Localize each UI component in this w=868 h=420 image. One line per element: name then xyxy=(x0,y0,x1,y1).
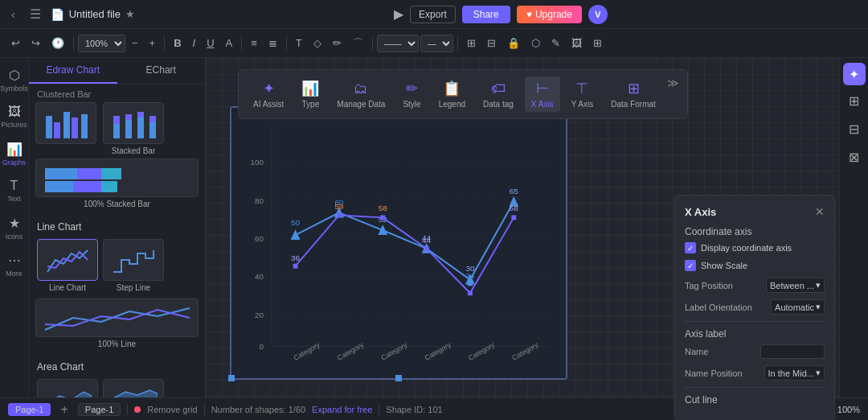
svg-rect-65 xyxy=(468,281,473,286)
name-input[interactable] xyxy=(760,344,825,359)
add-page-button[interactable]: + xyxy=(57,402,71,417)
symbols-label: Symbols xyxy=(0,84,28,93)
page-1-tab[interactable]: Page-1 xyxy=(8,403,51,416)
selection-handle-bl[interactable] xyxy=(228,375,235,381)
area-chart-section: Area Chart xyxy=(29,355,205,376)
svg-text:36: 36 xyxy=(291,253,300,262)
chart-container[interactable]: 0 20 40 60 80 100 Category Category Cate… xyxy=(230,106,567,380)
redo-button[interactable]: ↪ xyxy=(27,35,45,51)
step-line-thumb xyxy=(103,239,164,281)
dash-select[interactable]: —— xyxy=(377,35,419,52)
y-axis-btn[interactable]: ⊤ Y Axis xyxy=(565,76,600,112)
line-chart-thumb xyxy=(37,239,98,281)
step-line-item[interactable]: Step Line xyxy=(103,239,164,292)
group-button[interactable]: ⬡ xyxy=(526,35,545,51)
toolbar-divider-4 xyxy=(286,36,287,51)
font-color-button[interactable]: A xyxy=(221,35,238,51)
svg-text:59: 59 xyxy=(334,202,343,211)
ai-assist-btn[interactable]: ✦ AI Assist xyxy=(247,76,290,112)
play-button[interactable]: ▶ xyxy=(394,6,403,22)
tag-position-select[interactable]: Between ... ▾ xyxy=(766,278,825,293)
chart-toolbar-close[interactable]: ≫ xyxy=(667,76,679,89)
tab-edraw-chart[interactable]: Edraw Chart xyxy=(29,58,117,84)
svg-rect-17 xyxy=(73,181,101,192)
show-scale-checkbox[interactable]: ✓ xyxy=(685,260,696,271)
manage-data-btn[interactable]: 🗂 Manage Data xyxy=(330,77,391,112)
svg-text:58: 58 xyxy=(379,204,387,212)
top-bar-left: ‹ ☰ 📄 Untitled file ★ xyxy=(6,5,135,23)
share-button[interactable]: Share xyxy=(462,6,510,23)
stacked-bar-item[interactable]: Stacked Bar xyxy=(103,102,164,155)
shapes-button[interactable]: ◇ xyxy=(309,35,326,51)
underline-button[interactable]: U xyxy=(202,35,219,51)
display-axis-checkbox[interactable]: ✓ xyxy=(685,242,696,253)
menu-button[interactable]: ☰ xyxy=(25,5,46,23)
star-button[interactable]: ★ xyxy=(125,8,135,20)
icons-icon: ★ xyxy=(9,216,20,231)
right-btn-1[interactable]: ⊞ xyxy=(844,89,864,113)
image-button[interactable]: 🖼 xyxy=(567,35,587,51)
expand-free-link[interactable]: Expand for free xyxy=(312,405,372,414)
data-format-btn[interactable]: ⊞ Data Format xyxy=(604,76,662,112)
svg-rect-60 xyxy=(511,215,516,220)
legend-btn[interactable]: 📋 Legend xyxy=(432,76,472,112)
zoom-minus-button[interactable]: − xyxy=(127,35,143,51)
layout-button[interactable]: ⊞ xyxy=(588,35,607,51)
avatar[interactable]: V xyxy=(588,5,608,24)
pictures-panel-btn[interactable]: 🖼 Pictures xyxy=(2,100,27,134)
pen-button[interactable]: ✏ xyxy=(328,35,346,51)
icons-panel-btn[interactable]: ★ Icons xyxy=(2,211,27,245)
svg-text:50: 50 xyxy=(291,218,300,227)
selection-handle-bottom[interactable] xyxy=(395,375,402,381)
align-button[interactable]: ≡ xyxy=(246,35,262,51)
text-panel-btn[interactable]: T Text xyxy=(2,174,27,208)
page-1-button[interactable]: Page-1 xyxy=(78,403,121,416)
x-axis-panel-title: X Axis xyxy=(685,206,716,218)
tab-echart[interactable]: EChart xyxy=(117,58,206,84)
more-panel-btn[interactable]: ⋯ More xyxy=(2,248,27,282)
table-button[interactable]: ⊞ xyxy=(462,35,481,51)
chart-toolbar: ✦ AI Assist 📊 Type 🗂 Manage Data ✏ Style… xyxy=(238,69,688,119)
x-axis-panel: X Axis ✕ Coordinate axis ✓ Display coord… xyxy=(674,195,835,420)
y-axis-icon: ⊤ xyxy=(575,80,588,97)
undo-button[interactable]: ↩ xyxy=(6,35,25,51)
right-btn-3[interactable]: ⊠ xyxy=(844,145,864,170)
style-btn[interactable]: ✏ Style xyxy=(396,76,427,112)
clustered-bar-item[interactable] xyxy=(35,102,96,155)
line-button[interactable]: ⌒ xyxy=(348,34,368,53)
italic-button[interactable]: I xyxy=(188,35,201,51)
graphs-panel-btn[interactable]: 📊 Graphs xyxy=(2,137,27,171)
history-button[interactable]: 🕐 xyxy=(47,35,69,51)
edit-button[interactable]: ✎ xyxy=(547,35,565,51)
text-button[interactable]: T xyxy=(291,35,307,51)
line-chart-item[interactable]: Line Chart xyxy=(37,239,98,292)
right-btn-2[interactable]: ⊟ xyxy=(844,117,864,142)
upgrade-button[interactable]: ♥ Upgrade xyxy=(517,6,582,23)
svg-rect-7 xyxy=(125,120,132,138)
label-orientation-select[interactable]: Automatic ▾ xyxy=(771,299,825,315)
align-more-button[interactable]: ≣ xyxy=(264,35,282,51)
active-panel-btn[interactable]: ✦ xyxy=(843,63,866,85)
x-axis-panel-close[interactable]: ✕ xyxy=(815,205,825,218)
zoom-level[interactable]: 100% xyxy=(837,405,860,414)
weight-select[interactable]: — xyxy=(420,35,453,52)
canvas-bg[interactable]: ✦ AI Assist 📊 Type 🗂 Manage Data ✏ Style… xyxy=(206,58,839,420)
zoom-plus-button[interactable]: + xyxy=(145,35,161,51)
sidebar-tabs: Edraw Chart EChart xyxy=(29,58,205,84)
back-button[interactable]: ‹ xyxy=(6,6,20,23)
type-btn[interactable]: 📊 Type xyxy=(295,76,326,112)
zoom-select[interactable]: 100%75%150% xyxy=(78,35,125,52)
more-icon: ⋯ xyxy=(8,253,21,268)
doc-icon: 📄 xyxy=(51,8,64,21)
bold-button[interactable]: B xyxy=(169,35,186,51)
x-axis-btn[interactable]: ⊢ X Axis xyxy=(525,76,560,112)
export-button[interactable]: Export xyxy=(410,6,456,23)
style-label: Style xyxy=(403,100,420,109)
symbols-panel-btn[interactable]: ⬡ Symbols xyxy=(2,63,27,97)
data-tag-btn[interactable]: 🏷 Data tag xyxy=(477,77,520,112)
name-position-select[interactable]: In the Mid... ▾ xyxy=(764,365,825,381)
grid-button[interactable]: ⊟ xyxy=(482,35,501,51)
svg-text:24: 24 xyxy=(465,271,474,280)
axis-label-section: Axis label xyxy=(685,328,825,340)
lock-button[interactable]: 🔒 xyxy=(502,35,525,51)
